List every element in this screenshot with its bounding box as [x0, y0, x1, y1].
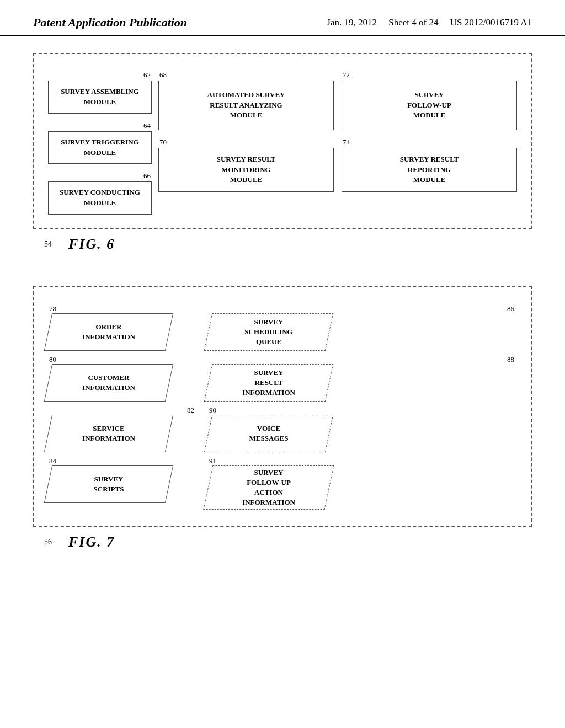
fig7-result-info: 88 SURVEYRESULTINFORMATION — [208, 364, 517, 402]
fig6-module-70: 70 SURVEY RESULTMONITORINGMODULE — [158, 138, 334, 192]
fig7-left-col: 78 ORDERINFORMATION 80 CUSTOMERINFORMATI… — [48, 303, 197, 510]
fig7-section: 78 ORDERINFORMATION 80 CUSTOMERINFORMATI… — [33, 286, 532, 550]
sheet-info: Sheet 4 of 24 — [388, 17, 438, 28]
fig6-title: FIG. 6 — [68, 236, 115, 253]
fig6-module-66: 66 SURVEY CONDUCTINGMODULE — [48, 172, 152, 215]
fig7-outer-num: 56 — [44, 538, 52, 547]
num-62: 62 — [143, 71, 151, 79]
fig6-module-64: 64 SURVEY TRIGGERINGMODULE — [48, 121, 152, 164]
fig6-section: 62 SURVEY ASSEMBLINGMODULE 64 SURVEY TRI… — [33, 53, 532, 253]
survey-scripts-label: SURVEYSCRIPTS — [48, 465, 169, 503]
fig7-survey-scripts: 84 SURVEYSCRIPTS — [48, 465, 197, 503]
num-70: 70 — [159, 138, 167, 146]
fig7-followup-action: 91 SURVEYFOLLOW-UPACTIONINFORMATION — [208, 465, 517, 510]
result-info-label: SURVEYRESULTINFORMATION — [208, 364, 329, 402]
page-content: 62 SURVEY ASSEMBLINGMODULE 64 SURVEY TRI… — [0, 36, 565, 584]
num-66: 66 — [143, 172, 151, 180]
fig6-right-col1: 68 AUTOMATED SURVEYRESULT ANALYZINGMODUL… — [158, 71, 334, 215]
patent-number: US 2012/0016719 A1 — [450, 17, 532, 28]
followup-action-label: SURVEYFOLLOW-UPACTIONINFORMATION — [208, 465, 329, 510]
fig6-right-section: 68 AUTOMATED SURVEYRESULT ANALYZINGMODUL… — [158, 71, 517, 215]
fig7-customer-info: 80 CUSTOMERINFORMATION — [48, 364, 197, 402]
fig6-right-col2: 72 SURVEYFOLLOW-UPMODULE 74 — [342, 71, 517, 215]
module-label-62: SURVEY ASSEMBLINGMODULE — [48, 81, 152, 114]
fig6-module-68: 68 AUTOMATED SURVEYRESULT ANALYZINGMODUL… — [158, 71, 334, 130]
order-info-label: ORDERINFORMATION — [48, 313, 169, 351]
num-80-label: 80 — [49, 355, 194, 364]
page-header: Patent Application Publication Jan. 19, … — [0, 0, 565, 36]
fig7-scheduling-queue: 86 SURVEYSCHEDULINGQUEUE — [208, 313, 517, 351]
num-88: 88 — [507, 355, 514, 364]
publication-date: Jan. 19, 2012 — [327, 17, 377, 28]
fig7-two-col: 78 ORDERINFORMATION 80 CUSTOMERINFORMATI… — [45, 298, 520, 515]
module-label-70: SURVEY RESULTMONITORINGMODULE — [158, 148, 334, 192]
fig7-voice-messages: 90 VOICEMESSAGES — [208, 415, 517, 452]
fig7-right-col: 86 SURVEYSCHEDULINGQUEUE 88 SURVEYRESULT… — [208, 303, 517, 510]
fig6-label-row: 54 FIG. 6 — [33, 236, 532, 253]
fig7-order-info: 78 ORDERINFORMATION — [48, 313, 197, 351]
module-label-72: SURVEYFOLLOW-UPMODULE — [342, 81, 517, 130]
num-72: 72 — [343, 71, 350, 79]
service-info-label: SERVICEINFORMATION — [48, 415, 169, 452]
fig7-service-info: 82 SERVICEINFORMATION — [48, 415, 197, 452]
num-64: 64 — [143, 121, 151, 130]
fig6-module-62: 62 SURVEY ASSEMBLINGMODULE — [48, 71, 152, 114]
fig7-dashed-box: 78 ORDERINFORMATION 80 CUSTOMERINFORMATI… — [33, 286, 532, 527]
num-90: 90 — [209, 406, 216, 415]
fig6-outer-num: 54 — [44, 240, 52, 249]
module-label-66: SURVEY CONDUCTINGMODULE — [48, 181, 152, 215]
fig6-module-72: 72 SURVEYFOLLOW-UPMODULE — [342, 71, 517, 130]
header-right: Jan. 19, 2012 Sheet 4 of 24 US 2012/0016… — [327, 15, 532, 30]
module-label-68: AUTOMATED SURVEYRESULT ANALYZINGMODULE — [158, 81, 334, 130]
num-84: 84 — [49, 457, 56, 465]
num-78: 78 — [49, 304, 56, 313]
voice-messages-label: VOICEMESSAGES — [208, 415, 329, 452]
num-68: 68 — [159, 71, 167, 79]
num-74: 74 — [343, 138, 350, 146]
publication-title: Patent Application Publication — [33, 15, 187, 30]
scheduling-queue-label: SURVEYSCHEDULINGQUEUE — [208, 313, 329, 351]
num-91: 91 — [209, 457, 216, 465]
customer-info-label: CUSTOMERINFORMATION — [48, 364, 169, 402]
num-86: 86 — [507, 304, 514, 313]
module-label-74: SURVEY RESULTREPORTINGMODULE — [342, 148, 517, 192]
num-82: 82 — [187, 406, 194, 415]
fig6-left-col: 62 SURVEY ASSEMBLINGMODULE 64 SURVEY TRI… — [48, 71, 152, 215]
fig6-dashed-box: 62 SURVEY ASSEMBLINGMODULE 64 SURVEY TRI… — [33, 53, 532, 229]
fig7-label-row: 56 FIG. 7 — [33, 534, 532, 550]
fig6-module-74: 74 SURVEY RESULTREPORTINGMODULE — [342, 138, 517, 192]
module-label-64: SURVEY TRIGGERINGMODULE — [48, 131, 152, 164]
fig7-title: FIG. 7 — [68, 534, 115, 550]
